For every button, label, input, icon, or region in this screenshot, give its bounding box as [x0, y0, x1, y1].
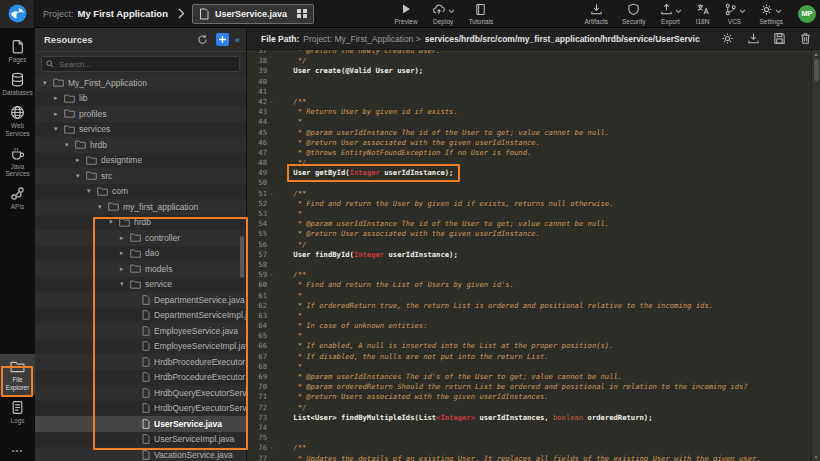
code-line-51[interactable]: 51 - /** [247, 189, 811, 199]
code-line-46[interactable]: 46 * @return User associated with the gi… [247, 138, 811, 148]
rail-item-databases[interactable]: Databases [0, 67, 35, 100]
fold-marker[interactable]: - [267, 97, 276, 107]
collapse-panel-icon[interactable]: « [235, 35, 240, 45]
tree-item-userservice-java[interactable]: UserService.java [35, 416, 246, 432]
scrollbar-thumb[interactable] [814, 59, 819, 81]
tree-item-departmentservice-java[interactable]: DepartmentService.java [35, 292, 246, 308]
code-line-56[interactable]: 56 */ [247, 240, 811, 250]
avatar[interactable]: MP [798, 5, 816, 23]
collapsed-arrow-icon[interactable]: ▸ [120, 234, 130, 242]
fold-marker[interactable]: - [267, 270, 276, 280]
code-line-66[interactable]: 66 * If enabled, A null is inserted into… [247, 341, 811, 351]
tutorials-button[interactable]: Tutorials [469, 3, 494, 25]
tree-item-hrdbprocedureexecutorse[interactable]: HrdbProcedureExecutorSe [35, 370, 246, 386]
code-line-57[interactable]: 57 User findById(Integer userIdInstance)… [247, 250, 811, 260]
preview-button[interactable]: Preview [395, 3, 418, 25]
tree-item-lib[interactable]: ▸lib [35, 91, 246, 107]
tree-item-services[interactable]: ▾services [35, 122, 246, 138]
code-line-59[interactable]: 59 - /** [247, 270, 811, 280]
rail-item-java-services[interactable]: Java Services [0, 141, 35, 181]
rail-item-pages[interactable]: Pages [0, 34, 35, 67]
search-box[interactable] [41, 56, 240, 72]
vcs-button[interactable]: VCS [724, 3, 746, 25]
gear-icon[interactable] [721, 32, 734, 45]
code-line-77[interactable]: 77 * Updates the details of an existing … [247, 454, 811, 461]
tree-item-models[interactable]: ▸models [35, 261, 246, 277]
app-logo[interactable] [0, 0, 35, 28]
add-resource-button[interactable] [216, 33, 229, 46]
more-options-icon[interactable]: ••• [0, 442, 35, 461]
code-line-72[interactable]: 72 */ [247, 403, 811, 413]
expanded-arrow-icon[interactable]: ▾ [87, 187, 97, 195]
code-line-63[interactable]: 63 * [247, 311, 811, 321]
tree-item-hrdbprocedureexecutorse[interactable]: HrdbProcedureExecutorSe [35, 354, 246, 370]
rail-item-apis[interactable]: APIs [0, 181, 35, 214]
tree-item-employeeservice-java[interactable]: EmployeeService.java [35, 323, 246, 339]
export-button[interactable]: Export [660, 3, 682, 25]
security-button[interactable]: Security [622, 3, 645, 25]
expanded-arrow-icon[interactable]: ▾ [76, 172, 86, 180]
rail-item-file-explorer[interactable]: File Explorer [0, 354, 35, 394]
code-line-54[interactable]: 54 * @param userIdInstance The id of the… [247, 219, 811, 229]
tree-scrollbar[interactable] [240, 236, 244, 278]
code-line-70[interactable]: 70 * @param orderedReturn Should the ret… [247, 382, 811, 392]
code-line-65[interactable]: 65 * [247, 331, 811, 341]
tree-item-src[interactable]: ▾src [35, 168, 246, 184]
settings-button[interactable]: Settings [760, 3, 784, 25]
scroll-up-icon[interactable]: ▲ [812, 51, 820, 57]
code-line-69[interactable]: 69 * @param userIdInstances The id's of … [247, 372, 811, 382]
save-icon[interactable] [773, 32, 786, 45]
tree-item-hrdbqueryexecutorservice[interactable]: HrdbQueryExecutorService [35, 401, 246, 417]
code-line-74[interactable]: 74 [247, 423, 811, 433]
tree-item-service[interactable]: ▾service [35, 277, 246, 293]
expanded-arrow-icon[interactable]: ▾ [98, 203, 108, 211]
code-line-49[interactable]: 49 User getById(Integer userIdInstance); [247, 168, 811, 178]
download-icon[interactable] [747, 32, 760, 45]
code-line-55[interactable]: 55 * @return User associated with the gi… [247, 229, 811, 239]
collapsed-arrow-icon[interactable]: ▸ [54, 94, 64, 102]
code-line-64[interactable]: 64 * In case of unknown entities: [247, 321, 811, 331]
code-line-67[interactable]: 67 * If disabled, the nulls are not put … [247, 352, 811, 362]
tab-userservice-java[interactable]: UserService.java [192, 4, 314, 24]
i18n-button[interactable]: I18N [696, 3, 710, 25]
collapsed-arrow-icon[interactable]: ▸ [120, 249, 130, 257]
tree-item-hrdb[interactable]: ▾hrdb [35, 215, 246, 231]
project-name[interactable]: My First Application [78, 8, 168, 19]
rail-item-web-services[interactable]: Web Services [0, 100, 35, 140]
refresh-icon[interactable] [197, 34, 208, 45]
code-line-48[interactable]: 48 */ [247, 158, 811, 168]
code-line-75[interactable]: 75 [247, 433, 811, 443]
code-line-47[interactable]: 47 * @throws EntityNotFoundException If … [247, 148, 811, 158]
fold-marker[interactable]: - [267, 443, 276, 453]
tree-item-dao[interactable]: ▸dao [35, 246, 246, 262]
grid-icon[interactable] [297, 9, 307, 19]
code-line-50[interactable]: 50 [247, 178, 811, 188]
expanded-arrow-icon[interactable]: ▾ [43, 79, 53, 87]
code-line-40[interactable]: 40 [247, 77, 811, 87]
code-line-44[interactable]: 44 * [247, 117, 811, 127]
fold-marker[interactable]: - [267, 189, 276, 199]
collapsed-arrow-icon[interactable]: ▸ [54, 110, 64, 118]
code-line-60[interactable]: 60 * Find and return the List of Users b… [247, 280, 811, 290]
scroll-down-icon[interactable]: ▼ [812, 454, 820, 460]
tree-item-userserviceimpl-java[interactable]: UserServiceImpl.java [35, 432, 246, 448]
code-line-76[interactable]: 76 - /** [247, 443, 811, 453]
tree-item-my-first-application[interactable]: ▾my_first_application [35, 199, 246, 215]
tree-item-vacationservice-java[interactable]: VacationService.java [35, 447, 246, 461]
rail-item-logs[interactable]: Logs [0, 395, 35, 428]
code-line-41[interactable]: 41 [247, 87, 811, 97]
tree-item-my-first-application[interactable]: ▾My_First_Application [35, 75, 246, 91]
code-line-52[interactable]: 52 * Find and return the User by given i… [247, 199, 811, 209]
tree-item-designtime[interactable]: ▸designtime [35, 153, 246, 169]
collapsed-arrow-icon[interactable]: ▸ [76, 156, 86, 164]
code-line-45[interactable]: 45 * @param userIdInstance The id of the… [247, 128, 811, 138]
code-line-39[interactable]: 39 User create(@Valid User user); [247, 66, 811, 76]
tree-item-hrdbqueryexecutorservice[interactable]: HrdbQueryExecutorService [35, 385, 246, 401]
tree-item-controller[interactable]: ▸controller [35, 230, 246, 246]
expanded-arrow-icon[interactable]: ▾ [54, 125, 64, 133]
editor-scrollbar[interactable]: ▲ ▼ [811, 50, 820, 461]
search-input[interactable] [57, 59, 235, 70]
tree-item-departmentserviceimpl-java[interactable]: DepartmentServiceImpl.java [35, 308, 246, 324]
code-line-43[interactable]: 43 * Returns User by given id if exists. [247, 107, 811, 117]
deploy-button[interactable]: Deploy [432, 3, 455, 25]
